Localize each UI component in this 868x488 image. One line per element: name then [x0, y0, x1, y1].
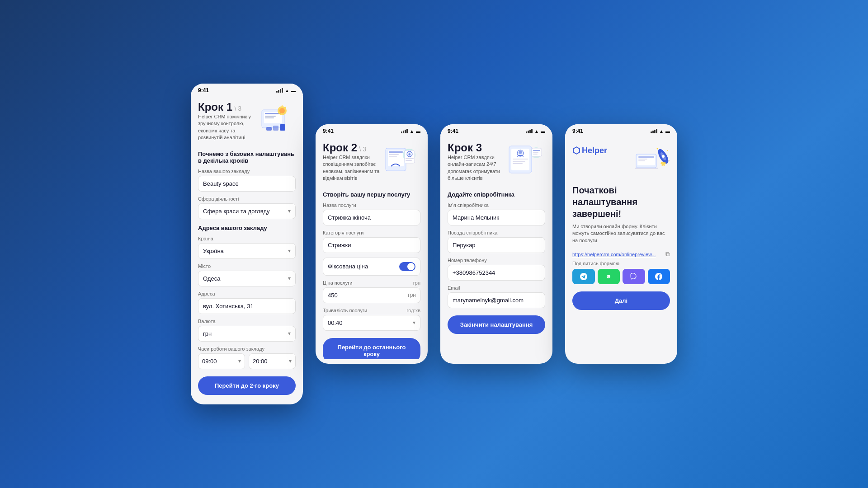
time-2: 9:41	[323, 128, 334, 134]
svg-rect-40	[638, 160, 645, 161]
screen2-content: Крок 2 \ 3 Helper CRM завдяки сповіщення…	[316, 136, 428, 359]
wifi-icon-2: ▲	[410, 129, 414, 134]
status-icons-2: ▲ ▬	[401, 129, 420, 134]
share-label: Поділитись формою	[572, 261, 670, 266]
battery-icon-2: ▬	[416, 129, 420, 134]
screen3-content: Крок 3 Helper CRM завдяки онлайн-записам…	[440, 136, 552, 359]
step-title-3: Крок 3	[448, 141, 507, 154]
fixed-price-toggle-row: Фіксована ціна	[323, 258, 420, 276]
address-input[interactable]	[198, 298, 296, 314]
address-label: Адреса	[198, 291, 296, 296]
battery-icon-4: ▬	[665, 129, 670, 134]
telegram-button[interactable]	[572, 269, 595, 284]
svg-rect-9	[266, 127, 272, 131]
svg-rect-29	[513, 161, 525, 162]
work-hours-label: Часи роботи вашого закладу	[198, 346, 296, 352]
battery-icon: ▬	[291, 88, 296, 93]
city-select[interactable]: Одеса ▾	[198, 271, 296, 286]
chevron-activity: ▾	[288, 208, 291, 214]
svg-rect-28	[513, 159, 528, 160]
svg-rect-38	[638, 156, 654, 158]
activity-select[interactable]: Сфера краси та догляду ▾	[198, 203, 296, 219]
svg-rect-22	[406, 158, 414, 159]
work-hours-end[interactable]: 20:00 ▾	[249, 353, 296, 369]
illustration-3	[507, 141, 545, 178]
duration-unit-label: год:хв	[407, 308, 420, 313]
step-desc-1: Helper CRM помічник у зручному контролю,…	[198, 113, 257, 141]
finish-button[interactable]: Закінчити налаштування	[448, 315, 545, 334]
work-hours-start[interactable]: 09:00 ▾	[198, 353, 245, 369]
online-link[interactable]: https://helpercrm.com/onlinepreview...	[572, 252, 663, 257]
price-field-container: грн	[323, 287, 420, 303]
duration-select[interactable]: 00:40 ▾	[323, 315, 420, 331]
email-input[interactable]	[448, 292, 545, 308]
time-3: 9:41	[448, 128, 458, 134]
svg-rect-11	[280, 124, 285, 131]
completion-logo: ⬡ Helper	[572, 141, 670, 179]
illustration-4	[634, 145, 670, 179]
status-bar-1: 9:41 ▲ ▬	[191, 84, 303, 95]
step-desc-3: Helper CRM завдяки онлайн-записам 24\7 д…	[448, 154, 507, 182]
status-bar-2: 9:41 ▲ ▬	[316, 124, 428, 136]
whatsapp-button[interactable]	[598, 269, 620, 284]
svg-rect-33	[533, 150, 540, 151]
status-bar-3: 9:41 ▲ ▬	[440, 124, 552, 136]
step-info-1: Крок 1 \ 3 Helper CRM помічник у зручном…	[198, 101, 257, 147]
next-step2-button[interactable]: Перейти до останнього кроку	[323, 338, 420, 359]
header-section-3: Крок 3 Helper CRM завдяки онлайн-записам…	[448, 141, 545, 188]
next-step1-button[interactable]: Перейти до 2-го кроку	[198, 376, 296, 395]
step-info-2: Крок 2 \ 3 Helper CRM завдяки сповіщення…	[323, 141, 382, 188]
category-input[interactable]	[323, 237, 420, 253]
svg-point-6	[279, 108, 285, 113]
battery-icon-3: ▬	[541, 129, 545, 134]
svg-rect-35	[533, 154, 538, 155]
header-section-1: Крок 1 \ 3 Helper CRM помічник у зручном…	[198, 101, 296, 147]
fixed-price-toggle[interactable]	[399, 262, 415, 271]
email-label: Email	[448, 285, 545, 291]
copy-icon[interactable]: ⧉	[665, 250, 670, 258]
status-bar-4: 9:41 ▲ ▬	[565, 124, 677, 136]
screen-step4: 9:41 ▲ ▬ ⬡ Helper	[565, 124, 677, 364]
establishment-name-input[interactable]	[198, 176, 296, 192]
svg-rect-39	[638, 159, 647, 160]
signal-icon-2	[401, 129, 408, 133]
chevron-currency: ▾	[288, 330, 291, 337]
price-unit-label: грн	[413, 280, 420, 286]
position-input[interactable]	[448, 237, 545, 253]
svg-rect-30	[513, 163, 523, 164]
wifi-icon-3: ▲	[534, 129, 539, 134]
chevron-start: ▾	[238, 358, 241, 364]
svg-rect-34	[533, 152, 538, 153]
viber-button[interactable]	[623, 269, 645, 284]
activity-label: Сфера діяльності	[198, 196, 296, 202]
facebook-button[interactable]	[648, 269, 670, 284]
screen-step1: 9:41 ▲ ▬ Крок 1 \ 3 Helper CRM помічник …	[191, 84, 303, 404]
step-title-2: Крок 2 \ 3	[323, 141, 382, 154]
chevron-end: ▾	[289, 358, 292, 364]
chevron-duration: ▾	[413, 319, 415, 326]
signal-icon-4	[651, 129, 657, 133]
fixed-price-label: Фіксована ціна	[328, 263, 368, 270]
status-icons-1: ▲ ▬	[276, 88, 296, 93]
svg-rect-3	[265, 116, 276, 117]
currency-select[interactable]: грн ▾	[198, 326, 296, 342]
illustration-1	[257, 101, 296, 137]
done-button[interactable]: Далі	[572, 291, 670, 310]
service-name-label: Назва послуги	[323, 202, 420, 208]
price-input[interactable]	[323, 287, 420, 303]
svg-point-47	[669, 160, 670, 161]
country-select[interactable]: Україна ▾	[198, 243, 296, 259]
wifi-icon: ▲	[285, 88, 289, 93]
share-buttons-row	[572, 269, 670, 284]
service-name-input[interactable]	[323, 210, 420, 225]
employee-name-input[interactable]	[448, 210, 545, 225]
country-label: Країна	[198, 236, 296, 241]
phone-input[interactable]	[448, 265, 545, 281]
toggle-knob	[407, 263, 415, 270]
category-label: Категорія послуги	[323, 230, 420, 235]
duration-label: Тривалість послуги	[323, 308, 367, 313]
time-4: 9:41	[572, 128, 583, 134]
price-label: Ціна послуги	[323, 280, 352, 286]
screen-step3: 9:41 ▲ ▬ Крок 3 Helper CRM завдяки онлай…	[440, 124, 552, 364]
work-hours-row: 09:00 ▾ 20:00 ▾	[198, 353, 296, 369]
